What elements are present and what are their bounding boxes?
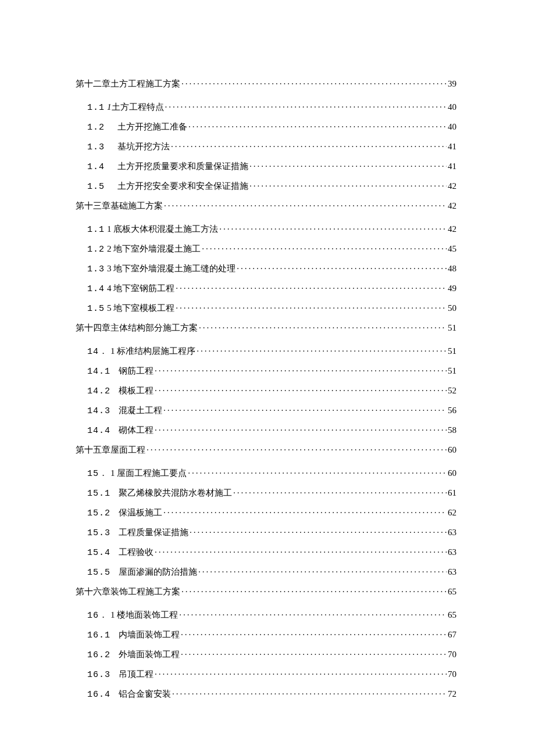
toc-number: 16.4 [87,690,110,700]
toc-chapter: 第十二章土方工程施工方案39 [76,78,456,89]
toc-title: 铝合金窗安装 [119,689,171,700]
toc-page-number: 70 [448,650,456,660]
toc-number: 1.3 [87,264,105,274]
toc-title: 内墙面装饰工程 [119,629,180,640]
toc-title: 钢筋工程 [119,366,154,377]
toc-title: 4 地下室钢筋工程 [107,283,174,294]
toc-chapter: 第十五章屋面工程60 [76,444,456,456]
toc-number: 1.3 [87,142,105,152]
toc-title: 砌体工程 [119,425,154,436]
toc-leader-dots [190,526,447,535]
toc-number: 14.3 [87,406,110,416]
toc-leader-dots [163,507,447,515]
toc-subitem: 1.33 地下室外墙混凝土施工缝的处理48 [76,263,456,274]
toc-page-number: 67 [448,630,456,640]
toc-subitem: 15.1聚乙烯橡胶共混防水卷材施工61 [76,487,456,499]
toc-page-number: 41 [448,162,456,171]
toc-chapter: 第十六章装饰工程施工方案65 [76,586,456,597]
toc-leader-dots [233,487,447,496]
toc-page-number: 41 [448,142,456,152]
toc-leader-dots [155,385,447,393]
toc-number: 1.4 [87,162,105,172]
toc-leader-dots [188,467,447,476]
toc-title: 基坑开挖方法 [117,141,170,152]
toc-subitem: 15.5屋面渗漏的防治措施63 [76,566,456,578]
toc-title: 外墙面装饰工程 [119,649,180,660]
toc-number: 16.2 [87,650,110,660]
toc-title: 保温板施工 [119,507,162,518]
toc-title: 屋面渗漏的防治措施 [119,567,197,578]
toc-leader-dots [163,404,447,413]
toc-title: 模板工程 [119,385,154,396]
toc-number: 14.1 [87,367,110,377]
toc-page-number: 60 [448,445,456,455]
toc-leader-dots [155,424,447,433]
toc-subitem: 1.44 地下室钢筋工程49 [76,282,456,294]
toc-page-number: 63 [448,528,456,538]
toc-number: 15.1 [87,489,110,499]
toc-number: 14.4 [87,426,110,436]
toc-title: 土方工程特点 [112,102,164,113]
toc-title: 工程质量保证措施 [119,527,188,538]
toc-leader-dots [155,668,447,677]
toc-subitem: 14.4砌体工程58 [76,424,456,436]
toc-title: 土方开挖质量要求和质量保证措施 [117,161,248,172]
toc-page-number: 42 [448,201,456,211]
toc-title: 混凝土工程 [119,405,162,416]
toc-page-number: 60 [448,468,456,478]
toc-page-number: 50 [448,303,456,313]
toc-page-number: 70 [448,669,456,679]
toc-subitem: 15．1 屋面工程施工要点60 [76,467,456,479]
toc-title: 第十四章主体结构部分施工方案 [76,323,198,334]
toc-page-number: 72 [448,689,456,699]
toc-number: 1.5 [87,304,105,314]
toc-leader-dots [181,586,447,594]
toc-subitem: 1.55 地下室模板工程50 [76,302,456,314]
toc-title: 2 地下室外墙混凝土施工 [107,243,201,255]
toc-number: 1.1 [87,225,105,235]
toc-page-number: 63 [448,567,456,577]
toc-subitem: 14.1钢筋工程51 [76,365,456,377]
toc-subitem: 14．1 标准结构层施工程序51 [76,345,456,357]
toc-leader-dots [155,365,447,374]
toc-number: 16.3 [87,670,110,680]
toc-number: 1.5 [87,182,105,192]
toc-leader-dots [249,180,447,189]
toc-leader-dots [198,566,447,575]
toc-number: 15.4 [87,548,110,558]
toc-leader-dots [165,101,447,110]
toc-subitem: 14.3混凝土工程56 [76,404,456,416]
toc-number: 16． [87,610,108,621]
toc-leader-dots [176,302,447,311]
toc-page-number: 52 [448,386,456,396]
toc-title: 1 底板大体积混凝土施工方法 [107,224,218,235]
toc-leader-dots [172,688,447,697]
toc-subitem: 16.4铝合金窗安装72 [76,688,456,700]
toc-page-number: 39 [448,79,456,89]
toc-subitem: 1.11 底板大体积混凝土施工方法42 [76,223,456,235]
toc-number: 1.2 [87,245,105,255]
toc-subitem: 15.2保温板施工62 [76,507,456,518]
table-of-contents: 第十二章土方工程施工方案391.11 土方工程特点401.2土方开挖施工准备40… [76,78,456,700]
toc-page-number: 56 [448,406,456,415]
toc-page-number: 65 [448,610,456,620]
toc-title: 工程验收 [119,547,154,558]
toc-leader-dots [147,444,447,453]
toc-title: 1 屋面工程施工要点 [110,468,187,479]
toc-number: 1.4 [87,284,105,294]
toc-subitem: 1.2土方开挖施工准备40 [76,121,456,132]
toc-title: 1 楼地面装饰工程 [110,610,178,621]
toc-subitem: 1.3基坑开挖方法41 [76,141,456,152]
toc-subitem: 15.4工程验收63 [76,546,456,558]
toc-page-number: 51 [448,366,456,376]
toc-page-number: 61 [448,488,456,498]
toc-title: 土方开挖施工准备 [117,121,187,132]
toc-page-number: 62 [448,508,456,518]
toc-leader-dots [237,263,447,271]
toc-leader-dots [164,200,447,209]
toc-number: 1.1 [87,103,105,113]
toc-page-number: 58 [448,425,456,435]
toc-subitem: 16.3吊顶工程70 [76,668,456,680]
toc-page-number: 63 [448,547,456,557]
toc-subitem: 1.4土方开挖质量要求和质量保证措施41 [76,160,456,172]
